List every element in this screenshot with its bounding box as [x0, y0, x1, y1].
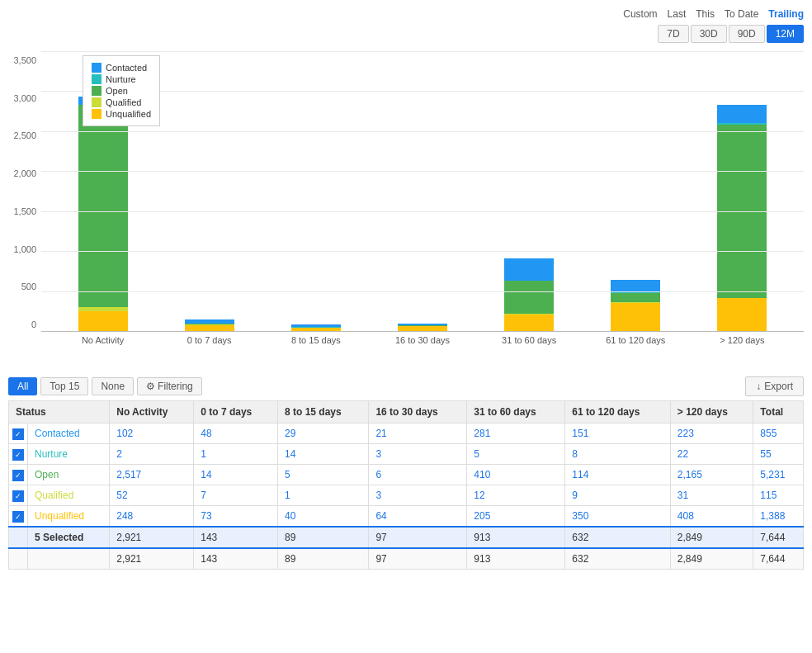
range-todate[interactable]: To Date [725, 8, 758, 20]
selected-value: 7,644 [753, 527, 804, 548]
total-value: 143 [194, 548, 278, 570]
y-label-3000: 3,000 [13, 93, 36, 103]
table-cell: 8 [565, 444, 671, 465]
btn-all[interactable]: All [8, 377, 37, 395]
checkbox-cell[interactable]: ✓ [9, 485, 28, 506]
bar-segment-open [611, 293, 660, 302]
table-cell: 40 [278, 506, 369, 528]
data-table-area: Status No Activity 0 to 7 days 8 to 15 d… [0, 400, 812, 578]
export-button[interactable]: ↓ Export [745, 376, 804, 396]
table-cell: 7 [194, 485, 278, 506]
total-row: 2,92114389979136322,8497,644 [9, 548, 804, 570]
status-label: Contacted [28, 424, 110, 444]
total-value: 2,849 [670, 548, 753, 570]
bar-group-3[interactable] [398, 324, 447, 331]
stacked-bar-0 [78, 97, 128, 331]
table-row[interactable]: ✓Contacted102482921281151223855 [9, 424, 804, 444]
table-cell: 55 [753, 444, 804, 465]
filtering-button[interactable]: ⚙ Filtering [137, 377, 202, 395]
selection-area: All Top 15 None ⚙ Filtering ↓ Export [0, 369, 812, 400]
legend-unqualified: Unqualified [106, 109, 151, 119]
col-header-total: Total [753, 401, 804, 424]
status-label: Unqualified [28, 506, 110, 528]
table-cell: 29 [278, 424, 369, 444]
x-label-2: 8 to 15 days [262, 335, 369, 345]
btn-12m[interactable]: 12M [767, 25, 804, 43]
btn-none[interactable]: None [92, 377, 134, 395]
table-cell: 1 [278, 485, 369, 506]
total-value: 89 [278, 548, 369, 570]
col-header-120plus: > 120 days [670, 401, 753, 424]
bar-group-5[interactable] [611, 280, 660, 331]
bar-group-0[interactable] [78, 97, 128, 331]
col-header-31-60: 31 to 60 days [467, 401, 565, 424]
bar-segment-contacted [611, 280, 660, 292]
range-this[interactable]: This [696, 8, 715, 20]
btn-7d[interactable]: 7D [658, 25, 688, 43]
table-cell: 14 [278, 444, 369, 465]
legend-nurture: Nurture [106, 74, 136, 84]
btn-90d[interactable]: 90D [729, 25, 765, 43]
range-trailing[interactable]: Trailing [768, 8, 804, 20]
table-cell: 855 [753, 424, 804, 444]
range-last[interactable]: Last [668, 8, 687, 20]
bar-segment-open [504, 281, 554, 314]
table-row[interactable]: ✓Open2,51714564101142,1655,231 [9, 465, 804, 485]
x-label-3: 16 to 30 days [369, 335, 475, 345]
table-cell: 52 [110, 485, 194, 506]
selected-value: 143 [194, 527, 278, 548]
bar-segment-unqualified [185, 325, 234, 331]
chart-plot: Contacted Nurture Open Qualified Unquali… [41, 51, 804, 332]
table-cell: 1 [194, 444, 278, 465]
btn-30d[interactable]: 30D [691, 25, 727, 43]
bar-segment-unqualified [504, 315, 554, 331]
checkbox-cell[interactable]: ✓ [9, 444, 28, 465]
range-custom[interactable]: Custom [623, 8, 657, 20]
col-header-no-activity: No Activity [110, 401, 194, 424]
bar-group-1[interactable] [185, 319, 234, 331]
table-cell: 2,517 [110, 465, 194, 485]
status-label: Qualified [28, 485, 110, 506]
table-cell: 48 [194, 424, 278, 444]
bar-segment-unqualified [78, 311, 128, 331]
table-cell: 205 [467, 506, 565, 528]
table-cell: 408 [670, 506, 753, 528]
stacked-bar-2 [291, 324, 341, 331]
table-cell: 5,231 [753, 465, 804, 485]
time-buttons: 7D 30D 90D 12M [658, 25, 804, 43]
table-cell: 14 [194, 465, 278, 485]
table-cell: 281 [467, 424, 565, 444]
total-value: 632 [565, 548, 671, 570]
table-row[interactable]: ✓Nurture21143582255 [9, 444, 804, 465]
selected-value: 89 [278, 527, 369, 548]
table-cell: 3 [369, 444, 467, 465]
export-label: Export [764, 381, 793, 392]
bar-group-2[interactable] [291, 324, 341, 331]
filter-label: Filtering [158, 381, 193, 392]
table-cell: 2 [110, 444, 194, 465]
total-value: 97 [369, 548, 467, 570]
col-header-8-15: 8 to 15 days [278, 401, 369, 424]
table-cell: 2,165 [670, 465, 753, 485]
checkbox-cell[interactable]: ✓ [9, 465, 28, 485]
checkbox-cell[interactable]: ✓ [9, 506, 28, 528]
table-row[interactable]: ✓Unqualified2487340642053504081,388 [9, 506, 804, 528]
selected-value: 2,921 [110, 527, 194, 548]
bar-segment-unqualified [398, 326, 447, 331]
y-label-2500: 2,500 [13, 130, 36, 140]
col-header-16-30: 16 to 30 days [369, 401, 467, 424]
col-header-61-120: 61 to 120 days [565, 401, 671, 424]
filter-icon: ⚙ [146, 381, 155, 392]
bar-group-4[interactable] [504, 258, 554, 331]
table-row[interactable]: ✓Qualified5271312931115 [9, 485, 804, 506]
table-cell: 22 [670, 444, 753, 465]
bar-group-6[interactable] [717, 105, 767, 331]
stacked-bar-1 [185, 319, 234, 331]
time-range-labels: Custom Last This To Date Trailing [623, 8, 804, 20]
col-header-0-7: 0 to 7 days [194, 401, 278, 424]
table-cell: 12 [467, 485, 565, 506]
checkbox-cell[interactable]: ✓ [9, 424, 28, 444]
btn-top15[interactable]: Top 15 [40, 377, 88, 395]
table-cell: 31 [670, 485, 753, 506]
total-value: 2,921 [110, 548, 194, 570]
